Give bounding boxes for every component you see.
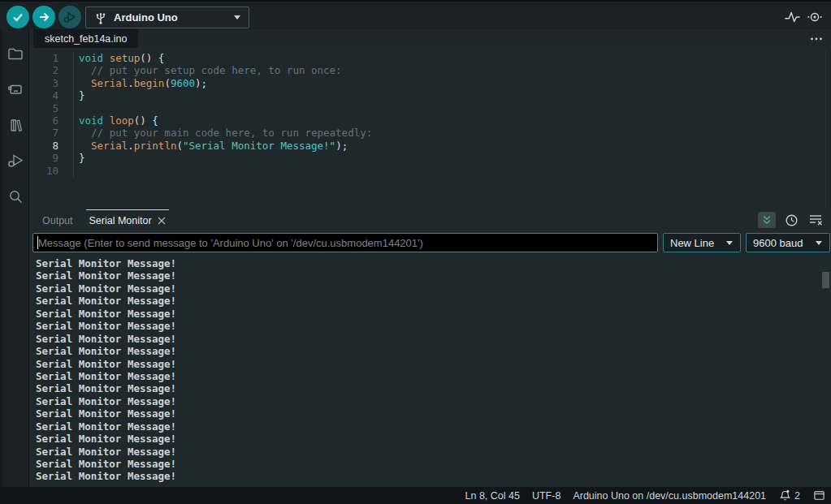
baud-rate-select[interactable]: 9600 baud (746, 233, 830, 252)
serial-output-line: Serial Monitor Message! (36, 407, 831, 420)
cursor-position[interactable]: Ln 8, Col 45 (465, 490, 520, 502)
code-line: 1void setup() { (29, 52, 831, 64)
close-icon[interactable] (158, 217, 166, 225)
debug-button[interactable] (58, 6, 81, 28)
board-icon (6, 80, 24, 98)
line-ending-value: New Line (670, 237, 714, 249)
cursor-position-label: Ln 8, Col 45 (465, 490, 520, 502)
code-line: 8 Serial.println("Serial Monitor Message… (29, 140, 831, 152)
line-number: 9 (29, 152, 58, 164)
ellipsis-icon (810, 37, 823, 41)
code-text: } (73, 152, 85, 164)
timestamp-toggle-button[interactable] (782, 212, 800, 228)
sidebar-item-library-manager[interactable] (1, 107, 30, 143)
code-text: Serial.println("Serial Monitor Message!"… (73, 140, 348, 152)
code-line: 10 (29, 165, 831, 177)
code-text: Serial.begin(9600); (73, 77, 207, 89)
line-number: 4 (29, 89, 58, 101)
code-text (73, 102, 79, 114)
serial-output-line: Serial Monitor Message! (36, 269, 831, 282)
message-input-wrap (32, 233, 658, 252)
code-lines: 1void setup() {2 // put your setup code … (29, 52, 831, 177)
line-number: 7 (29, 127, 58, 139)
code-line: 3 Serial.begin(9600); (29, 77, 831, 89)
serial-output-line: Serial Monitor Message! (36, 358, 831, 370)
code-line: 6void loop() { (29, 114, 831, 127)
encoding-indicator[interactable]: UTF-8 (532, 490, 560, 502)
chevron-down-icon (816, 241, 822, 245)
board-port-indicator: Arduino Uno on /dev/cu.usbmodem144201 (573, 490, 766, 502)
notifications-button[interactable]: 2 (778, 489, 800, 502)
line-number: 5 (29, 102, 58, 114)
code-text: void setup() { (73, 52, 164, 64)
code-line: 4} (29, 89, 831, 101)
board-selector[interactable]: Arduino Uno (85, 6, 249, 28)
line-number: 2 (29, 64, 58, 76)
serial-output-line: Serial Monitor Message! (36, 282, 831, 295)
code-text: // put your main code here, to run repea… (73, 127, 372, 139)
tab-output[interactable]: Output (39, 209, 76, 230)
serial-scrollbar-thumb[interactable] (822, 272, 829, 288)
bottom-panel-tabs: Output Serial Monitor (29, 209, 831, 230)
code-text: // put your setup code here, to run once… (73, 64, 342, 76)
arduino-ide-window: Arduino Uno (0, 0, 831, 504)
line-number: 8 (29, 140, 58, 152)
tab-serial-monitor-label: Serial Monitor (89, 215, 152, 226)
check-icon (11, 10, 25, 24)
window-layout-icon (812, 489, 825, 502)
board-selector-label: Arduino Uno (114, 11, 178, 24)
serial-output-line: Serial Monitor Message! (36, 308, 831, 320)
encoding-label: UTF-8 (532, 490, 560, 502)
sidebar-item-sketchbook[interactable] (1, 36, 30, 71)
toolbar: Arduino Uno (0, 0, 831, 29)
double-chevron-down-icon (760, 213, 773, 226)
debug-icon (63, 10, 77, 24)
serial-output-line: Serial Monitor Message! (36, 320, 831, 332)
serial-output-line: Serial Monitor Message! (36, 446, 831, 458)
activity-sidebar (0, 29, 29, 487)
sidebar-item-search[interactable] (1, 179, 30, 214)
serial-output-line: Serial Monitor Message! (36, 257, 831, 269)
toggle-panel-button[interactable] (812, 489, 825, 502)
clear-output-button[interactable] (807, 212, 825, 228)
code-line: 9} (29, 152, 831, 164)
usb-icon (94, 11, 107, 25)
serial-monitor-button[interactable] (807, 9, 823, 25)
serial-output-line: Serial Monitor Message! (36, 333, 831, 345)
search-icon (6, 187, 24, 205)
serial-output-line: Serial Monitor Message! (36, 295, 831, 307)
autoscroll-toggle-button[interactable] (758, 212, 776, 228)
sidebar-item-boards-manager[interactable] (1, 71, 30, 107)
serial-monitor-icon (807, 9, 823, 25)
notification-count: 2 (794, 490, 800, 502)
serial-output-line: Serial Monitor Message! (36, 458, 831, 470)
message-input[interactable] (32, 233, 658, 252)
bell-icon (778, 489, 791, 502)
editor-tab-sketch[interactable]: sketch_feb14a.ino (33, 29, 138, 48)
serial-output-line: Serial Monitor Message! (36, 395, 831, 407)
serial-output-line: Serial Monitor Message! (36, 370, 831, 382)
editor-scrollbar[interactable] (825, 48, 826, 209)
right-arrow-icon (37, 10, 51, 24)
serial-plotter-button[interactable] (784, 9, 800, 25)
code-editor[interactable]: 1void setup() {2 // put your setup code … (29, 48, 831, 209)
serial-output[interactable]: Serial Monitor Message!Serial Monitor Me… (29, 255, 831, 487)
line-number: 6 (29, 114, 58, 127)
upload-button[interactable] (32, 6, 55, 28)
status-bar: Ln 8, Col 45 UTF-8 Arduino Uno on /dev/c… (0, 487, 831, 504)
serial-output-line: Serial Monitor Message! (36, 470, 831, 482)
serial-output-line: Serial Monitor Message! (36, 345, 831, 357)
tab-more-actions-button[interactable] (810, 29, 823, 48)
serial-output-line: Serial Monitor Message! (36, 382, 831, 394)
main-area: sketch_feb14a.ino 1void setup() {2 // pu… (29, 29, 831, 487)
line-number: 10 (29, 165, 58, 177)
folder-icon (6, 45, 24, 62)
code-text (73, 165, 79, 177)
tab-serial-monitor[interactable]: Serial Monitor (86, 209, 169, 230)
clock-icon (785, 213, 799, 227)
line-ending-select[interactable]: New Line (663, 233, 741, 252)
board-port-label: Arduino Uno on /dev/cu.usbmodem144201 (573, 490, 766, 502)
sidebar-item-debug[interactable] (1, 143, 30, 179)
verify-button[interactable] (6, 6, 29, 28)
text-caret (37, 236, 38, 249)
